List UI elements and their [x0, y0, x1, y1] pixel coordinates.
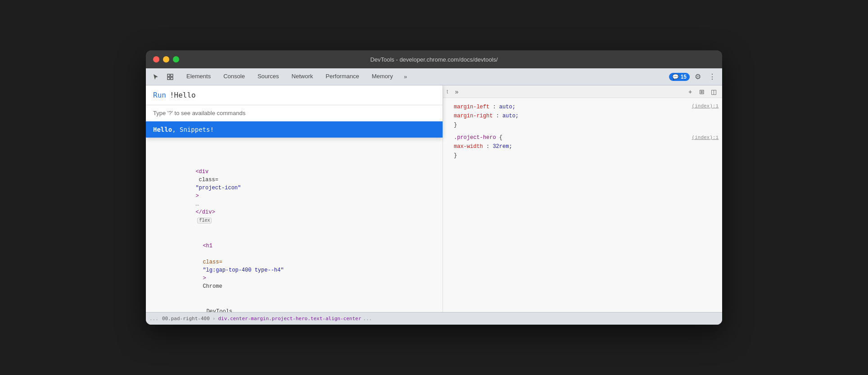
- style-source[interactable]: (index):1: [692, 134, 719, 142]
- more-panels-button[interactable]: »: [452, 87, 461, 97]
- breadcrumb-item-2[interactable]: div.center-margin.project-hero.text-alig…: [218, 316, 361, 321]
- html-line: <div class= "project-icon" > … </div> fl…: [146, 159, 443, 233]
- filter-styles-button[interactable]: ⊞: [697, 87, 707, 97]
- autocomplete-bold: Hello: [153, 126, 172, 133]
- run-label: Run: [153, 91, 166, 99]
- gear-icon: ⚙: [695, 72, 701, 81]
- console-icon: 💬: [672, 74, 679, 80]
- filter-icon: ⊞: [699, 88, 705, 95]
- style-block: (index):1 margin-left : auto; margin-rig…: [447, 102, 719, 129]
- tabbar-right: 💬 15 ⚙ ⋮: [669, 71, 719, 83]
- tabbar-left-controls: [149, 71, 176, 83]
- run-command-input-row: Run: [146, 85, 443, 105]
- style-line: (index):1 .project-hero {: [447, 133, 719, 142]
- breadcrumb-item-1[interactable]: 00.pad-right-400: [162, 316, 210, 321]
- right-panel-header: t » + ⊞ ◫: [443, 85, 722, 98]
- tab-console[interactable]: Console: [217, 68, 251, 85]
- style-source[interactable]: (index):1: [692, 102, 719, 110]
- toggle-sidebar-button[interactable]: ◫: [709, 87, 719, 97]
- style-block: (index):1 .project-hero { max-width : 32…: [447, 133, 719, 160]
- style-property: margin-left: [454, 104, 489, 110]
- add-style-button[interactable]: +: [685, 87, 695, 97]
- devtools-panel: Elements Console Sources Network Perform…: [146, 68, 722, 325]
- svg-rect-2: [167, 77, 170, 80]
- svg-rect-3: [171, 77, 173, 80]
- tab-memory[interactable]: Memory: [366, 68, 399, 85]
- style-value: 32rem;: [493, 143, 512, 150]
- run-command-overlay: Run Type '?' to see available commands H…: [146, 85, 443, 138]
- html-panel: <div class= "project-icon" > … </div> fl…: [146, 157, 443, 312]
- more-panels-icon: »: [455, 88, 458, 95]
- tab-network[interactable]: Network: [285, 68, 320, 85]
- style-close-brace: }: [447, 121, 719, 129]
- styles-more-label: t: [447, 89, 448, 95]
- cursor-icon[interactable]: [149, 71, 162, 83]
- window-title: DevTools - developer.chrome.com/docs/dev…: [370, 56, 497, 63]
- run-command-input[interactable]: [170, 91, 435, 99]
- main-content: Run Type '?' to see available commands H…: [146, 85, 722, 312]
- more-tabs-button[interactable]: »: [399, 71, 412, 83]
- settings-button[interactable]: ⚙: [692, 71, 704, 83]
- traffic-lights: [153, 56, 179, 62]
- tab-sources[interactable]: Sources: [251, 68, 285, 85]
- left-panel: Run Type '?' to see available commands H…: [146, 85, 443, 312]
- minimize-button[interactable]: [163, 56, 169, 62]
- styles-content: (index):1 margin-left : auto; margin-rig…: [443, 98, 722, 312]
- flex-badge: flex: [197, 218, 212, 223]
- close-button[interactable]: [153, 56, 159, 62]
- style-property: margin-right: [454, 113, 493, 119]
- sidebar-icon: ◫: [711, 88, 717, 95]
- style-close-brace: }: [447, 151, 719, 160]
- autocomplete-item-hello[interactable]: Hello, Snippets!: [146, 121, 443, 138]
- statusbar: ... 00.pad-right-400 › div.center-margin…: [146, 312, 722, 325]
- html-line: <h1 class= "lg:gap-top-400 type--h4" > C…: [146, 233, 443, 299]
- right-panel: t » + ⊞ ◫: [443, 85, 722, 312]
- titlebar: DevTools - developer.chrome.com/docs/dev…: [146, 50, 722, 68]
- run-command-hint: Type '?' to see available commands: [146, 105, 443, 121]
- breadcrumb-dots-left: ...: [149, 316, 158, 321]
- style-value: auto;: [499, 104, 515, 110]
- more-options-button[interactable]: ⋮: [706, 71, 719, 83]
- devtools-window: DevTools - developer.chrome.com/docs/dev…: [146, 50, 722, 325]
- svg-rect-1: [171, 74, 173, 76]
- style-line: max-width : 32rem;: [447, 142, 719, 151]
- style-value: auto;: [502, 113, 519, 119]
- console-badge[interactable]: 💬 15: [669, 73, 690, 81]
- svg-rect-0: [167, 74, 170, 76]
- tab-performance[interactable]: Performance: [319, 68, 365, 85]
- maximize-button[interactable]: [173, 56, 179, 62]
- style-line: margin-left : auto;: [447, 103, 719, 112]
- tab-elements[interactable]: Elements: [180, 68, 217, 85]
- plus-icon: +: [688, 88, 692, 95]
- kebab-menu-icon: ⋮: [709, 72, 716, 81]
- style-selector: .project-hero: [454, 134, 499, 141]
- autocomplete-normal: , Snippets!: [172, 126, 214, 133]
- html-line: DevTools </h1>: [146, 299, 443, 312]
- style-line: margin-right : auto;: [447, 112, 719, 121]
- inspect-icon[interactable]: [164, 71, 176, 83]
- breadcrumb-dots-right: ...: [363, 316, 372, 321]
- style-property: max-width: [454, 143, 483, 150]
- tabbar: Elements Console Sources Network Perform…: [146, 68, 722, 85]
